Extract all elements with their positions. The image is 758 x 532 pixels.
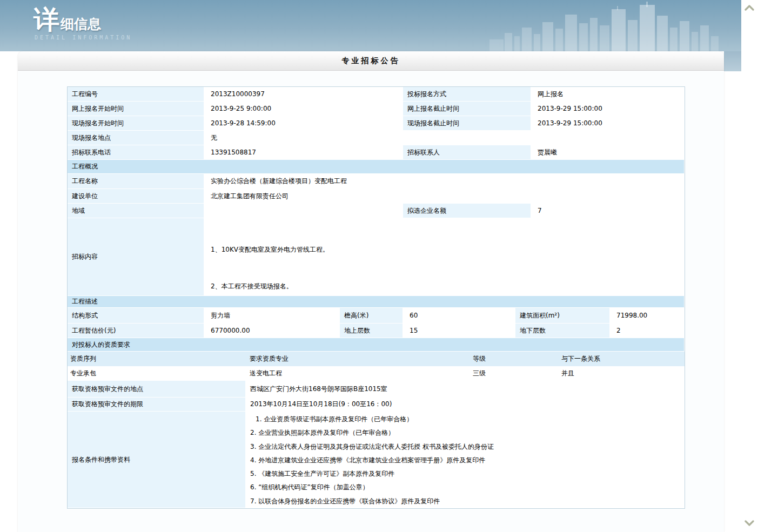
logo-subtitle: DETAIL INFORMATION (35, 35, 132, 41)
content-panel: 专业招标公告 工程编号 2013Z10000397 投标报名方式 网上报名 网上… (18, 51, 724, 532)
table-row: 招标联系电话 13391508817 招标联系人 贾晨曦 (68, 145, 685, 160)
list-item: 4. 外地进京建筑业企业还应携带《北京市建筑业企业档案管理手册》原件及复印件 (250, 454, 680, 467)
project-name-value: 实验办公综合楼（新建综合楼项目）变配电工程 (204, 174, 685, 189)
bid-content-value: 1、10KV变配电室及室外电力管线工程。 2、本工程不接受现场报名。 (204, 218, 685, 296)
qualification-relation-value: 并且 (559, 367, 685, 381)
bid-content-label: 招标内容 (68, 218, 204, 296)
empty-cell (531, 131, 685, 145)
banner-right-extension (724, 51, 741, 71)
section-header-description: 工程描述 (68, 296, 685, 308)
structure-type-label: 结构形式 (68, 308, 204, 324)
onsite-location-value: 无 (204, 131, 403, 145)
quota-value: 7 (531, 204, 685, 218)
section-header-label: 工程概况 (68, 160, 685, 174)
logo-text-small: 细信息 (61, 17, 101, 31)
floors-above-label: 地上层数 (340, 324, 403, 338)
list-item: 1. 企业资质等级证书副本原件及复印件（已年审合格） (256, 413, 680, 426)
project-name-label: 工程名称 (68, 174, 204, 189)
logo-text-large: 详 (33, 6, 59, 32)
header-banner: 详 细信息 DETAIL INFORMATION (0, 0, 741, 51)
qualification-data-row: 专业承包 送变电工程 三级 并且 (68, 367, 685, 381)
bid-content-line: 1、10KV变配电室及室外电力管线工程。 (211, 245, 329, 254)
eave-height-value: 60 (403, 308, 515, 324)
online-deadline-label: 网上报名截止时间 (403, 102, 531, 116)
preq-location-value: 西城区广安门外大街168号朗琴国际B座1015室 (246, 381, 685, 398)
column-header: 资质序列 (68, 352, 247, 367)
qualification-specialty-value: 送变电工程 (247, 367, 470, 381)
bid-content-line: 2、本工程不接受现场报名。 (211, 282, 293, 291)
table-row: 工程编号 2013Z10000397 投标报名方式 网上报名 (68, 87, 685, 102)
onsite-start-label: 现场报名开始时间 (68, 116, 204, 131)
preq-period-value: 2013年10月14日至10月18日(9：00至16：00) (246, 398, 685, 412)
floor-area-label: 建筑面积(m²) (515, 308, 610, 324)
list-item: 5. 《建筑施工安全生产许可证》副本原件及复印件 (250, 467, 680, 481)
bid-info-table: 工程编号 2013Z10000397 投标报名方式 网上报名 网上报名开始时间 … (67, 86, 685, 509)
column-header: 要求资质专业 (247, 352, 470, 367)
table-row: 现场报名地点 无 (68, 131, 685, 145)
floors-below-label: 地下层数 (515, 324, 610, 338)
table-row: 工程暂估价(元) 6770000.00 地上层数 15 地下层数 2 (68, 324, 685, 338)
table-row: 结构形式 剪力墙 檐高(米) 60 建筑面积(m²) 71998.00 (68, 308, 685, 324)
eave-height-label: 檐高(米) (340, 308, 403, 324)
column-header: 与下一条关系 (559, 352, 685, 367)
table-row: 招标内容 1、10KV变配电室及室外电力管线工程。 2、本工程不接受现场报名。 (68, 218, 685, 296)
contact-person-label: 招标联系人 (403, 145, 531, 160)
section-header-overview: 工程概况 (68, 160, 685, 174)
floor-area-value: 71998.00 (610, 308, 685, 324)
section-header-qualification: 对投标人的资质要求 (68, 338, 685, 352)
floors-above-value: 15 (403, 324, 515, 338)
floors-below-value: 2 (610, 324, 685, 338)
scrollbar[interactable] (741, 0, 758, 532)
table-row: 现场报名开始时间 2013-9-28 14:59:00 现场报名截止时间 201… (68, 116, 685, 131)
page-title: 专业招标公告 (18, 51, 724, 71)
requirements-list: 1. 企业资质等级证书副本原件及复印件（已年审合格） 2. 企业营业执照副本原件… (246, 412, 685, 508)
city-skyline-graphic (489, 2, 722, 51)
list-item: 7. 以联合体身份报名的企业还应携带《联合体协议》原件及复印件 (250, 495, 680, 508)
table-row: 报名条件和携带资料 1. 企业资质等级证书副本原件及复印件（已年审合格） 2. … (68, 412, 685, 508)
onsite-start-value: 2013-9-28 14:59:00 (204, 116, 403, 131)
table-row: 地域 拟选企业名额 7 (68, 204, 685, 218)
registration-method-value: 网上报名 (531, 87, 685, 102)
region-label: 地域 (68, 204, 204, 218)
table-row: 获取资格预审文件的期限 2013年10月14日至10月18日(9：00至16：0… (68, 398, 685, 412)
quota-label: 拟选企业名额 (403, 204, 531, 218)
list-item: 2. 企业营业执照副本原件及复印件（已年审合格） (250, 426, 680, 440)
project-number-label: 工程编号 (68, 87, 204, 102)
onsite-deadline-value: 2013-9-29 15:00:00 (531, 116, 685, 131)
contact-phone-value: 13391508817 (204, 145, 403, 160)
contact-phone-label: 招标联系电话 (68, 145, 204, 160)
qualification-grade-value: 三级 (470, 367, 559, 381)
table-row: 网上报名开始时间 2013-9-25 9:00:00 网上报名截止时间 2013… (68, 102, 685, 116)
estimated-price-label: 工程暂估价(元) (68, 324, 204, 338)
table-row: 建设单位 北京建工集团有限责任公司 (68, 189, 685, 204)
contact-person-value: 贾晨曦 (531, 145, 685, 160)
list-item: 3. 企业法定代表人身份证明及其身份证或法定代表人委托授 权书及被委托人的身份证 (250, 440, 680, 454)
site-logo: 详 细信息 DETAIL INFORMATION (33, 6, 132, 41)
chevron-up-icon[interactable] (744, 4, 754, 11)
construction-unit-label: 建设单位 (68, 189, 204, 204)
preq-location-label: 获取资格预审文件的地点 (68, 381, 246, 398)
chevron-down-icon[interactable] (744, 520, 754, 527)
project-number-value: 2013Z10000397 (204, 87, 403, 102)
online-start-label: 网上报名开始时间 (68, 102, 204, 116)
section-header-label: 对投标人的资质要求 (68, 338, 685, 352)
registration-method-label: 投标报名方式 (403, 87, 531, 102)
list-item: 6. “组织机构代码证”复印件（加盖公章） (250, 481, 680, 494)
section-header-label: 工程描述 (68, 296, 685, 308)
online-deadline-value: 2013-9-29 15:00:00 (531, 102, 685, 116)
structure-type-value: 剪力墙 (204, 308, 340, 324)
qualification-series-value: 专业承包 (68, 367, 247, 381)
requirements-label: 报名条件和携带资料 (68, 412, 246, 508)
onsite-location-label: 现场报名地点 (68, 131, 204, 145)
region-value (204, 204, 403, 218)
onsite-deadline-label: 现场报名截止时间 (403, 116, 531, 131)
online-start-value: 2013-9-25 9:00:00 (204, 102, 403, 116)
empty-cell (403, 131, 531, 145)
table-row: 获取资格预审文件的地点 西城区广安门外大街168号朗琴国际B座1015室 (68, 381, 685, 398)
estimated-price-value: 6770000.00 (204, 324, 340, 338)
column-header: 等级 (470, 352, 559, 367)
table-row: 工程名称 实验办公综合楼（新建综合楼项目）变配电工程 (68, 174, 685, 189)
qualification-column-header-row: 资质序列 要求资质专业 等级 与下一条关系 (68, 352, 685, 367)
construction-unit-value: 北京建工集团有限责任公司 (204, 189, 685, 204)
preq-period-label: 获取资格预审文件的期限 (68, 398, 246, 412)
